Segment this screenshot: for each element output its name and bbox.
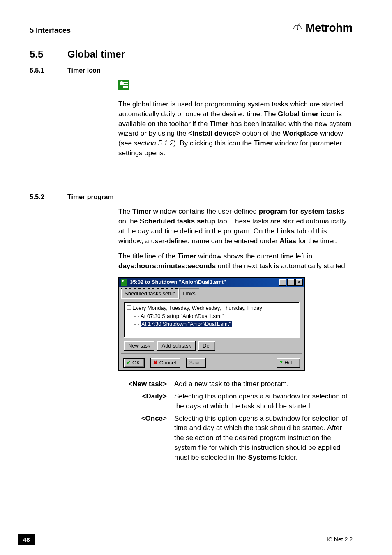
text: window contains the user-defined (151, 207, 259, 215)
timer-toolbar-icon (118, 80, 129, 90)
help-label: Help (284, 359, 295, 366)
text-bold: Alias (279, 237, 296, 245)
def-term: <New task> (118, 379, 167, 389)
def-once: <Once> Selecting this option opens a sub… (118, 414, 353, 463)
ok-mnemonic: K (136, 359, 140, 366)
tree-toggle-icon[interactable]: – (127, 305, 131, 310)
tab-links[interactable]: Links (179, 288, 199, 299)
page-number: 48 (18, 534, 35, 545)
text-bold: <Install device> (188, 129, 240, 137)
titlebar-text: 35:02 to Shutdown "Anion\Dual1.smt" (130, 279, 277, 286)
section-title: Global timer (67, 47, 125, 61)
text: option of the (240, 129, 283, 137)
text: until the next task is automatically sta… (216, 262, 347, 270)
text-bold: Timer (132, 207, 151, 215)
chapter-label: 5 Interfaces (30, 25, 71, 36)
text-bold: Timer (178, 252, 196, 260)
def-desc: Add a new task to the timer program. (174, 379, 353, 389)
page-footer: 48 IC Net 2.2 (0, 534, 392, 545)
brand-icon (292, 22, 303, 34)
text: folder. (277, 454, 297, 461)
tab-body: – Every Monday, Tuesday, Wednesday, Thur… (121, 299, 302, 354)
tree-root-label: Every Monday, Tuesday, Wednesday, Thursd… (132, 305, 262, 311)
close-button[interactable]: × (295, 279, 303, 286)
text: The title line of the (118, 252, 178, 260)
new-task-button[interactable]: New task (124, 341, 154, 351)
text: window shows the current time left in (196, 252, 313, 260)
subsection-2-title: Timer program (67, 193, 114, 202)
save-label: Save (189, 359, 201, 366)
def-term: <Once> (118, 414, 167, 424)
text-bold: days:hours:minutes:seconds (118, 262, 216, 270)
ok-prefix: O (132, 359, 136, 366)
text-bold: Workplace (283, 129, 318, 137)
sub1-paragraph: The global timer is used for programming… (118, 99, 353, 158)
dialog-buttons-row: ✔ OK ✖ Cancel Save ? Help (119, 355, 304, 370)
svg-point-0 (297, 29, 298, 30)
tree-root-node[interactable]: – Every Monday, Tuesday, Wednesday, Thur… (127, 304, 297, 312)
def-new-task: <New task> Add a new task to the timer p… (118, 379, 353, 389)
check-icon: ✔ (126, 359, 131, 366)
text-bold: Timer (210, 120, 228, 128)
ok-button[interactable]: ✔ OK (123, 358, 145, 368)
def-desc: Selecting this option opens a subwindow … (174, 391, 353, 411)
tree-child-1[interactable]: At 07:30 Startup "Anion\Dual1.smt" (127, 312, 297, 320)
page-header: 5 Interfaces Metrohm (30, 20, 353, 37)
text: The (118, 207, 132, 215)
add-subtask-button[interactable]: Add subtask (157, 341, 196, 351)
subsection-1-number: 5.5.1 (30, 66, 54, 75)
def-desc: Selecting this option opens a subwindow … (174, 414, 353, 463)
brand-logo: Metrohm (292, 20, 353, 36)
text-bold: Systems (248, 454, 277, 461)
tree-buttons-row: New task Add subtask Del (124, 341, 300, 351)
tab-scheduled-tasks[interactable]: Sheduled tasks setup (121, 288, 179, 299)
def-daily: <Daily> Selecting this option opens a su… (118, 391, 353, 411)
doc-version: IC Net 2.2 (327, 536, 353, 544)
tree-child-2-selected[interactable]: At 17:30 Shutdown "Anion\Dual1.smt" (127, 320, 297, 328)
titlebar[interactable]: 35:02 to Shutdown "Anion\Dual1.smt" _ □ … (119, 278, 304, 287)
timer-icon (121, 279, 127, 286)
del-button[interactable]: Del (198, 341, 215, 351)
tasks-tree[interactable]: – Every Monday, Tuesday, Wednesday, Thur… (124, 302, 300, 338)
cancel-label: Cancel (159, 359, 176, 366)
section-number: 5.5 (30, 47, 54, 61)
question-icon: ? (279, 359, 283, 366)
minimize-button[interactable]: _ (279, 279, 286, 286)
text-bold: program for system tasks (259, 207, 344, 215)
tree-child-label: At 17:30 Shutdown "Anion\Dual1.smt" (141, 321, 232, 327)
sub2-paragraph-1: The Timer window contains the user-defin… (118, 207, 353, 246)
def-term: <Daily> (118, 391, 167, 401)
brand-text: Metrohm (305, 20, 353, 36)
tabs-bar: Sheduled tasks setup Links (119, 287, 304, 299)
subsection-1-title: Timer icon (67, 66, 101, 75)
subsection-2-heading: 5.5.2 Timer program (30, 193, 353, 202)
save-button[interactable]: Save (186, 358, 206, 368)
text-italic: section 5.1.2 (134, 139, 173, 147)
text: on the (118, 217, 140, 225)
x-icon: ✖ (153, 359, 158, 366)
text-bold: Links (277, 227, 295, 235)
cancel-button[interactable]: ✖ Cancel (150, 358, 180, 368)
text-bold: Global timer icon (278, 110, 335, 118)
subsection-2-number: 5.5.2 (30, 193, 54, 202)
text-bold: Scheduled tasks setup (140, 217, 215, 225)
text-bold: Timer (254, 139, 273, 147)
text: ). By clicking this icon the (173, 139, 254, 147)
tree-child-label: At 07:30 Startup "Anion\Dual1.smt" (141, 313, 224, 319)
help-button[interactable]: ? Help (277, 358, 300, 368)
subsection-1-heading: 5.5.1 Timer icon (30, 66, 353, 75)
text: for the timer. (296, 237, 337, 245)
section-heading: 5.5 Global timer (30, 47, 353, 61)
timer-window: 35:02 to Shutdown "Anion\Dual1.smt" _ □ … (118, 277, 305, 371)
sub2-paragraph-2: The title line of the Timer window shows… (118, 251, 353, 271)
maximize-button[interactable]: □ (287, 279, 295, 286)
